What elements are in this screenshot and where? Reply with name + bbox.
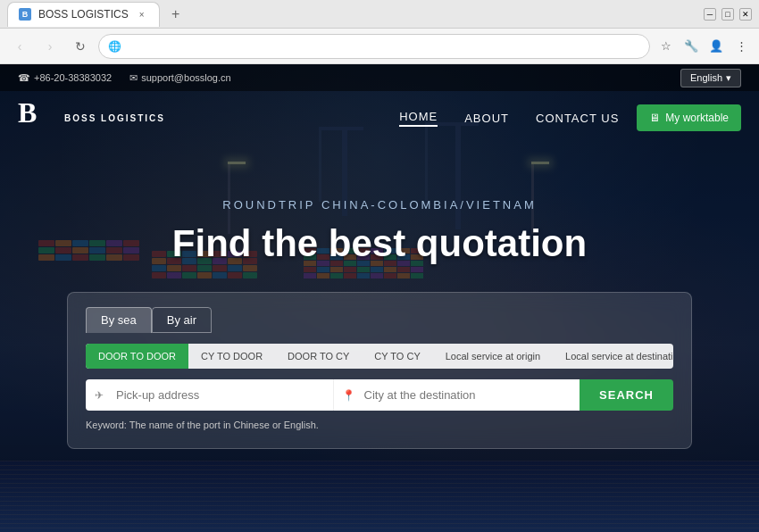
phone-number: +86-20-38383032 bbox=[34, 72, 112, 83]
extension-icon[interactable]: 🔧 bbox=[680, 36, 702, 57]
profile-icon[interactable]: 👤 bbox=[705, 36, 727, 57]
browser-tab[interactable]: B BOSS LOGISTICS × bbox=[7, 2, 160, 27]
new-tab-button[interactable]: + bbox=[165, 4, 187, 25]
destination-icon: 📍 bbox=[342, 389, 355, 402]
tab-favicon: B bbox=[19, 8, 31, 21]
service-tab-door-door[interactable]: DOOR TO DOOR bbox=[86, 344, 188, 369]
language-selector[interactable]: English ▾ bbox=[680, 69, 741, 87]
browser-titlebar: B BOSS LOGISTICS × + ─ □ ✕ bbox=[0, 0, 759, 29]
hero-title: Find the best quotation bbox=[67, 222, 692, 265]
website-content: ☎ +86-20-38383032 ✉ support@bosslog.cn E… bbox=[0, 64, 759, 532]
reload-button[interactable]: ↻ bbox=[68, 34, 93, 59]
nav-links: HOME ABOUT CONTACT US bbox=[399, 110, 619, 127]
browser-frame: B BOSS LOGISTICS × + ─ □ ✕ ‹ › ↻ 🌐 ☆ 🔧 👤… bbox=[0, 0, 759, 532]
nav-link-home[interactable]: HOME bbox=[399, 110, 438, 127]
topbar: ☎ +86-20-38383032 ✉ support@bosslog.cn E… bbox=[0, 64, 759, 91]
search-button[interactable]: SEARCH bbox=[580, 379, 673, 411]
nav-link-contact[interactable]: CONTACT US bbox=[536, 112, 619, 125]
logo-letter: B bbox=[18, 98, 57, 127]
transport-tabs: By sea By air bbox=[86, 307, 673, 333]
language-label: English bbox=[690, 72, 722, 83]
keyword-hint: Keyword: The name of the port in Chinese… bbox=[86, 420, 673, 430]
tab-title: BOSS LOGISTICS bbox=[38, 8, 129, 21]
minimize-button[interactable]: ─ bbox=[704, 8, 716, 21]
service-tab-cy-cy[interactable]: CY TO CY bbox=[362, 344, 432, 369]
email-icon: ✉ bbox=[129, 72, 138, 84]
tab-close-button[interactable]: × bbox=[136, 8, 148, 21]
pickup-input-wrapper: ✈ bbox=[86, 379, 333, 411]
phone-info: ☎ +86-20-38383032 bbox=[18, 72, 112, 84]
service-tab-door-cy[interactable]: DOOR TO CY bbox=[275, 344, 362, 369]
water-area bbox=[0, 461, 759, 532]
pickup-icon: ✈ bbox=[95, 389, 104, 402]
worktable-icon: 🖥 bbox=[649, 112, 660, 124]
search-inputs-row: ✈ 📍 SEARCH bbox=[86, 379, 673, 411]
maximize-button[interactable]: □ bbox=[721, 8, 734, 21]
logo-text: BOSS LOGISTICS bbox=[64, 113, 165, 123]
destination-input[interactable] bbox=[333, 379, 580, 411]
transport-tab-sea[interactable]: By sea bbox=[86, 307, 152, 333]
search-widget: By sea By air DOOR TO DOOR CY TO DOOR DO… bbox=[67, 292, 692, 449]
hero-subtitle: ROUNDTRIP CHINA-COLOMBIA/VIETNAM bbox=[67, 198, 692, 212]
browser-controls: ‹ › ↻ 🌐 ☆ 🔧 👤 ⋮ bbox=[0, 29, 759, 64]
navigation-bar: B BOSS LOGISTICS HOME ABOUT CONTACT US 🖥… bbox=[0, 91, 759, 145]
close-button[interactable]: ✕ bbox=[739, 8, 752, 21]
toolbar-icons: ☆ 🔧 👤 ⋮ bbox=[655, 36, 752, 57]
address-input[interactable] bbox=[127, 39, 640, 53]
address-bar: 🌐 bbox=[98, 34, 650, 59]
pickup-input[interactable] bbox=[86, 379, 333, 411]
phone-icon: ☎ bbox=[18, 72, 30, 84]
email-info: ✉ support@bosslog.cn bbox=[129, 72, 230, 84]
forward-button[interactable]: › bbox=[38, 34, 63, 59]
service-tab-local-origin[interactable]: Local service at origin bbox=[433, 344, 553, 369]
nav-link-about[interactable]: ABOUT bbox=[464, 112, 509, 125]
language-arrow-icon: ▾ bbox=[726, 72, 731, 84]
transport-tab-air[interactable]: By air bbox=[152, 307, 212, 333]
destination-input-wrapper: 📍 bbox=[333, 379, 580, 411]
bookmark-icon[interactable]: ☆ bbox=[655, 36, 677, 57]
service-tab-local-dest[interactable]: Local service at destination bbox=[553, 344, 673, 369]
my-worktable-button[interactable]: 🖥 My worktable bbox=[637, 104, 741, 131]
worktable-label: My worktable bbox=[665, 112, 729, 124]
back-button[interactable]: ‹ bbox=[7, 34, 32, 59]
logo-icon: B bbox=[18, 98, 57, 137]
service-tabs: DOOR TO DOOR CY TO DOOR DOOR TO CY CY TO… bbox=[86, 344, 673, 369]
hero-content: ROUNDTRIP CHINA-COLOMBIA/VIETNAM Find th… bbox=[67, 198, 692, 449]
service-tab-cy-door[interactable]: CY TO DOOR bbox=[188, 344, 275, 369]
email-address: support@bosslog.cn bbox=[141, 72, 230, 83]
more-icon[interactable]: ⋮ bbox=[730, 36, 752, 57]
logo-area: B BOSS LOGISTICS bbox=[18, 98, 165, 137]
